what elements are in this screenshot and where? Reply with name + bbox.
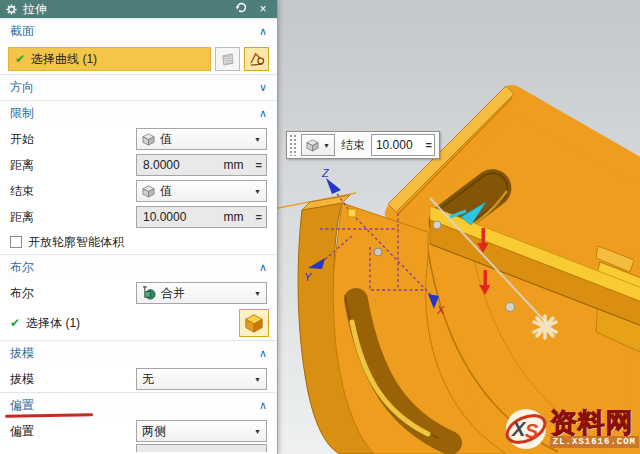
- start-row: 开始 值 ▼: [0, 126, 277, 152]
- end-distance-row: 距离 10.0000 mm =: [0, 204, 277, 230]
- onscreen-input-toolbar: ▼ 结束 10.000 =: [286, 131, 440, 159]
- end-mode-dropdown[interactable]: 值 ▼: [136, 180, 267, 202]
- chevron-down-icon: ∨: [259, 81, 267, 94]
- formula-icon[interactable]: =: [426, 139, 432, 151]
- dialog-title: 拉伸: [23, 1, 227, 18]
- offset-row: 偏置 两侧 ▼: [0, 418, 277, 444]
- chevron-up-icon: ∧: [259, 399, 267, 412]
- offset-dropdown[interactable]: 两侧 ▼: [136, 420, 267, 442]
- boolean-header-label: 布尔: [10, 259, 34, 276]
- section-header-draft[interactable]: 拔模 ∧: [0, 340, 277, 366]
- end-distance-input[interactable]: 10.0000 mm =: [136, 206, 267, 228]
- boolean-label: 布尔: [10, 285, 136, 302]
- chevron-down-icon: ▼: [254, 376, 261, 383]
- end-distance-label: 距离: [10, 209, 136, 226]
- chevron-up-icon: ∧: [259, 107, 267, 120]
- extrude-dialog: 拉伸 × 截面 ∧ ✔ 选择曲线 (1): [0, 0, 278, 454]
- offset-value: 两侧: [142, 423, 166, 440]
- start-mode-dropdown[interactable]: 值 ▼: [136, 128, 267, 150]
- unite-icon: [142, 286, 156, 300]
- watermark-site-name: 资料网: [550, 410, 639, 436]
- boolean-value: 合并: [161, 285, 185, 302]
- start-distance-unit: mm: [224, 158, 244, 172]
- sketch-ball-handle[interactable]: [374, 248, 382, 256]
- chevron-down-icon: ▼: [254, 136, 261, 143]
- end-mode-value: 值: [160, 183, 172, 200]
- select-body-label: 选择体 (1): [26, 315, 80, 332]
- section-header-label: 截面: [10, 23, 34, 40]
- formula-icon[interactable]: =: [256, 159, 262, 171]
- section-header-limits[interactable]: 限制 ∧: [0, 100, 277, 126]
- select-curve-label: 选择曲线 (1): [31, 51, 97, 68]
- app-window: Z Y X: [0, 0, 640, 454]
- open-profile-label: 开放轮廓智能体积: [28, 234, 124, 251]
- red-annotation-underline: [5, 413, 93, 418]
- onscreen-end-distance-input[interactable]: 10.000 =: [371, 134, 435, 156]
- toolbar-grip-handle[interactable]: [289, 134, 298, 156]
- draft-header-label: 拔模: [10, 345, 34, 362]
- x-axis-label: X: [436, 304, 445, 316]
- section-header-section[interactable]: 截面 ∧: [0, 18, 277, 44]
- end-distance-unit: mm: [224, 210, 244, 224]
- select-face-region-button[interactable]: [215, 47, 240, 71]
- offset-start-input-partial[interactable]: [136, 444, 267, 452]
- chevron-up-icon: ∧: [259, 25, 267, 38]
- chevron-up-icon: ∧: [259, 261, 267, 274]
- model-canvas[interactable]: Z Y X: [278, 0, 640, 454]
- watermark-site-url: ZL.XS1616.COM: [550, 436, 639, 448]
- chevron-up-icon: ∧: [259, 347, 267, 360]
- chevron-down-icon: ▼: [254, 188, 261, 195]
- draft-value: 无: [142, 371, 154, 388]
- end-limit-mode-dropdown[interactable]: ▼: [301, 134, 335, 156]
- onscreen-end-label: 结束: [338, 137, 368, 154]
- end-label: 结束: [10, 183, 136, 200]
- select-body-row: ✔ 选择体 (1): [0, 306, 277, 340]
- offset-label: 偏置: [10, 423, 136, 440]
- limits-header-label: 限制: [10, 105, 34, 122]
- 3d-viewport[interactable]: Z Y X: [278, 0, 640, 454]
- draft-dropdown[interactable]: 无 ▼: [136, 368, 267, 390]
- select-body-button[interactable]: [239, 309, 269, 337]
- open-profile-row: 开放轮廓智能体积: [0, 230, 277, 254]
- watermark-logo-icon: X S: [503, 406, 549, 452]
- open-profile-checkbox[interactable]: [10, 236, 22, 248]
- dialog-titlebar[interactable]: 拉伸 ×: [0, 0, 277, 18]
- select-curve-row: ✔ 选择曲线 (1): [0, 44, 277, 74]
- end-row: 结束 值 ▼: [0, 178, 277, 204]
- sketch-section-button[interactable]: [244, 47, 269, 71]
- cube-icon: [142, 133, 155, 146]
- reset-icon: [235, 1, 247, 13]
- section-header-direction[interactable]: 方向 ∨: [0, 74, 277, 100]
- formula-icon[interactable]: =: [256, 211, 262, 223]
- boolean-row: 布尔 合并 ▼: [0, 280, 277, 306]
- start-distance-label: 距离: [10, 157, 136, 174]
- check-icon: ✔: [10, 316, 20, 330]
- svg-text:S: S: [525, 420, 539, 442]
- close-button[interactable]: ×: [255, 1, 271, 17]
- face-region-icon: [220, 53, 235, 66]
- offset-header-label: 偏置: [10, 397, 34, 414]
- gear-icon: [6, 4, 17, 15]
- drag-ball-handle-2[interactable]: [506, 303, 515, 312]
- start-label: 开始: [10, 131, 136, 148]
- offset-start-row-partial: [0, 444, 277, 452]
- reset-button[interactable]: [233, 1, 249, 17]
- chevron-down-icon: ▼: [323, 142, 330, 149]
- boolean-dropdown[interactable]: 合并 ▼: [136, 282, 267, 304]
- select-curve-field[interactable]: ✔ 选择曲线 (1): [8, 47, 211, 71]
- end-distance-value: 10.0000: [143, 210, 224, 224]
- direction-header-label: 方向: [10, 79, 34, 96]
- z-axis-arrow: [326, 178, 341, 194]
- section-header-offset[interactable]: 偏置 ∧: [0, 392, 277, 418]
- draft-row: 拔模 无 ▼: [0, 366, 277, 392]
- start-distance-input[interactable]: 8.0000 mm =: [136, 154, 267, 176]
- origin-handle[interactable]: [348, 209, 356, 217]
- draft-label: 拔模: [10, 371, 136, 388]
- start-mode-value: 值: [160, 131, 172, 148]
- start-distance-value: 8.0000: [143, 158, 224, 172]
- solid-body-cube-icon: [244, 313, 264, 333]
- sketch-icon: [249, 51, 265, 67]
- cube-icon: [142, 185, 155, 198]
- section-header-boolean[interactable]: 布尔 ∧: [0, 254, 277, 280]
- drag-ball-handle[interactable]: [433, 221, 441, 229]
